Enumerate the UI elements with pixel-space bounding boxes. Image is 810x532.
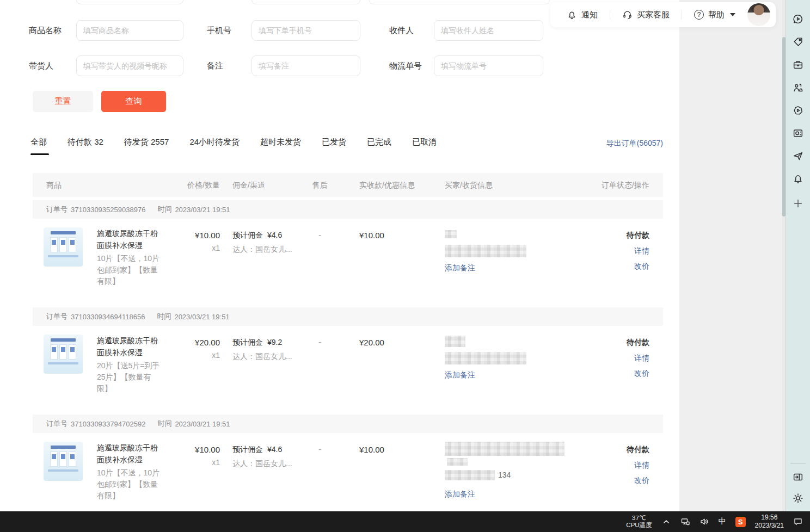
- col-product: 商品: [46, 173, 62, 197]
- camera-card-icon[interactable]: [792, 127, 804, 139]
- help-menu-button[interactable]: ? 帮助: [694, 10, 735, 20]
- product-name-input[interactable]: [76, 20, 183, 41]
- cutoff-input-1[interactable]: [76, 0, 183, 4]
- detail-link[interactable]: 详情: [627, 460, 649, 471]
- remark-input[interactable]: [251, 55, 360, 76]
- reprice-link[interactable]: 改价: [627, 261, 649, 271]
- briefcase-icon[interactable]: [792, 59, 804, 71]
- product-image[interactable]: [44, 227, 83, 267]
- table-header: 商品 价格/数量 佣金/渠道 售后 实收款/优惠信息 买家/收货信息 订单状态/…: [33, 173, 663, 197]
- order-time: 2023/03/21 19:51: [174, 313, 229, 321]
- add-note-link[interactable]: 添加备注: [445, 370, 475, 380]
- tab-shipped[interactable]: 已发货: [322, 137, 346, 155]
- clock-time: 19:56: [755, 514, 784, 522]
- send-plane-icon[interactable]: [792, 150, 804, 162]
- censored-buyer-name: [445, 336, 465, 347]
- order-header: 订单号 3710330933794702592 时间 2023/03/21 19…: [33, 415, 663, 433]
- paid-amount: ¥10.00: [359, 231, 384, 240]
- order-time: 2023/03/21 19:51: [175, 420, 230, 428]
- remark-label: 备注: [207, 55, 223, 76]
- tab-all[interactable]: 全部: [30, 137, 47, 155]
- tab-24h-pending[interactable]: 24小时待发货: [189, 137, 240, 155]
- tab-completed[interactable]: 已完成: [367, 137, 391, 155]
- channel-info: 达人：国岳女儿...: [232, 352, 320, 362]
- receiver-input[interactable]: [434, 20, 543, 41]
- promoter-input[interactable]: [76, 55, 183, 76]
- bell-icon: [567, 10, 577, 20]
- cutoff-input-2[interactable]: [251, 0, 360, 4]
- volume-icon[interactable]: [699, 517, 709, 527]
- product-spec: 10片【不送，10片包邮到家】【数量有限】: [97, 467, 164, 502]
- status-badge: 待付款: [627, 231, 649, 240]
- bell-icon[interactable]: [792, 173, 804, 185]
- headset-icon: [622, 10, 633, 20]
- user-avatar[interactable]: [747, 3, 770, 26]
- order-no: 3710330934694118656: [71, 313, 145, 321]
- collapse-panel-icon[interactable]: [792, 471, 804, 483]
- reprice-link[interactable]: 改价: [627, 475, 649, 486]
- network-icon[interactable]: [680, 517, 690, 527]
- search-button[interactable]: 查询: [101, 91, 166, 112]
- nav-divider: [682, 10, 682, 20]
- product-spec: 10片【不送，10片包邮到家】【数量有限】: [97, 253, 164, 287]
- chevron-down-icon: [730, 13, 735, 16]
- censored-buyer-name: [445, 442, 564, 456]
- tab-pending-payment[interactable]: 待付款 32: [68, 137, 103, 155]
- channel-info: 达人：国岳女儿...: [232, 459, 320, 469]
- reset-button[interactable]: 重置: [33, 91, 93, 112]
- censored-buyer-name: [445, 230, 457, 238]
- product-image[interactable]: [44, 442, 83, 481]
- aftersale-cell: -: [308, 445, 332, 454]
- paid-amount: ¥20.00: [359, 338, 384, 347]
- order-qty: x1: [147, 458, 220, 467]
- reprice-link[interactable]: 改价: [627, 368, 649, 379]
- tab-overdue[interactable]: 超时未发货: [260, 137, 301, 155]
- col-commission: 佣金/渠道: [232, 173, 265, 197]
- channels-chat-icon[interactable]: [792, 13, 804, 25]
- tracking-no-input[interactable]: [434, 55, 543, 76]
- product-image[interactable]: [44, 335, 83, 374]
- price-cell: ¥10.00 x1: [147, 445, 220, 467]
- detail-link[interactable]: 详情: [627, 245, 649, 256]
- order-no-label: 订单号: [46, 312, 68, 321]
- price-cell: ¥20.00 x1: [147, 338, 220, 360]
- tab-cancelled[interactable]: 已取消: [412, 137, 437, 155]
- order-status-tabs: 全部 待付款 32 待发货 2557 24小时待发货 超时未发货 已发货 已完成…: [30, 137, 437, 155]
- add-note-link[interactable]: 添加备注: [445, 490, 475, 499]
- action-center-icon[interactable]: [793, 517, 803, 527]
- taskbar-clock[interactable]: 19:56 2023/3/21: [755, 514, 784, 530]
- tray-chevron-up-icon[interactable]: [661, 517, 671, 527]
- order-qty: x1: [147, 244, 220, 252]
- order-price: ¥10.00: [147, 445, 220, 454]
- commission-label: 预计佣金: [232, 445, 263, 454]
- status-cell: 待付款 详情 改价: [627, 338, 649, 379]
- add-note-link[interactable]: 添加备注: [445, 263, 475, 273]
- aftersale-cell: -: [308, 231, 332, 239]
- col-paid: 实收款/优惠信息: [359, 173, 415, 197]
- order-row: 施遁玻尿酸冻干粉面膜补水保湿 20片【送5片=到手25片】【数量有限】 ¥20.…: [33, 326, 663, 415]
- censored-buyer-line: [447, 458, 468, 466]
- commission-cell: 预计佣金¥4.6 达人：国岳女儿...: [232, 231, 320, 255]
- plus-icon[interactable]: [792, 197, 804, 209]
- page-background: [679, 0, 782, 511]
- buyer-support-button[interactable]: 买家客服: [622, 10, 670, 20]
- col-price-qty: 价格/数量: [147, 173, 220, 197]
- buyer-phone-fragment: 134: [498, 471, 511, 479]
- ime-indicator[interactable]: 中: [719, 517, 726, 527]
- order-row: 施遁玻尿酸冻干粉面膜补水保湿 10片【不送，10片包邮到家】【数量有限】 ¥10…: [33, 433, 663, 511]
- sogou-tray-icon[interactable]: S: [735, 517, 746, 527]
- tag-icon[interactable]: [792, 36, 804, 48]
- order-group: 订单号 3710330933794702592 时间 2023/03/21 19…: [33, 415, 663, 511]
- commission-value: ¥9.2: [267, 338, 282, 347]
- people-icon[interactable]: [792, 82, 804, 94]
- cutoff-input-3[interactable]: [369, 0, 550, 4]
- cpu-temp-widget[interactable]: 37℃ CPU温度: [626, 515, 652, 529]
- promoter-label: 带货人: [29, 55, 53, 76]
- notifications-button[interactable]: 通知: [567, 10, 598, 20]
- export-orders-link[interactable]: 导出订单(56057): [606, 139, 663, 149]
- detail-link[interactable]: 详情: [627, 352, 649, 363]
- video-play-icon[interactable]: [792, 104, 804, 116]
- phone-input[interactable]: [251, 20, 360, 41]
- tab-pending-shipment[interactable]: 待发货 2557: [124, 137, 169, 155]
- settings-gear-icon[interactable]: [792, 492, 804, 504]
